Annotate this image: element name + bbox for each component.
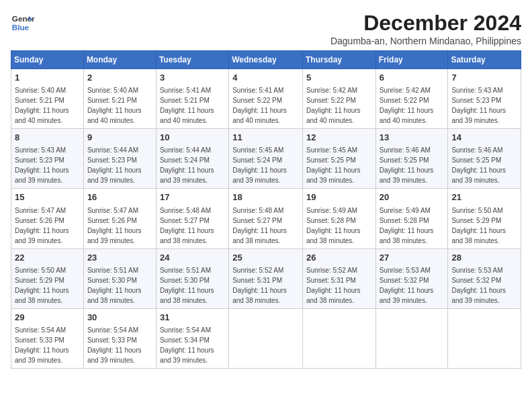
- day-info: Sunrise: 5:53 AM Sunset: 5:32 PM Dayligh…: [380, 267, 434, 304]
- calendar-cell: 30Sunrise: 5:54 AM Sunset: 5:33 PM Dayli…: [83, 308, 156, 368]
- day-number: 19: [306, 191, 372, 203]
- day-number: 26: [306, 252, 372, 264]
- day-info: Sunrise: 5:48 AM Sunset: 5:27 PM Dayligh…: [232, 207, 287, 244]
- day-number: 5: [306, 72, 372, 84]
- day-number: 18: [232, 191, 299, 203]
- day-info: Sunrise: 5:43 AM Sunset: 5:23 PM Dayligh…: [451, 87, 506, 124]
- calendar-cell: 10Sunrise: 5:44 AM Sunset: 5:24 PM Dayli…: [156, 129, 228, 189]
- day-info: Sunrise: 5:49 AM Sunset: 5:28 PM Dayligh…: [306, 207, 361, 244]
- day-number: 28: [451, 252, 517, 264]
- calendar-cell: 13Sunrise: 5:46 AM Sunset: 5:25 PM Dayli…: [375, 129, 448, 189]
- day-info: Sunrise: 5:49 AM Sunset: 5:28 PM Dayligh…: [380, 207, 434, 244]
- day-number: 1: [15, 72, 80, 84]
- calendar-cell: 28Sunrise: 5:53 AM Sunset: 5:32 PM Dayli…: [448, 248, 521, 308]
- day-number: 13: [380, 132, 445, 144]
- day-info: Sunrise: 5:40 AM Sunset: 5:21 PM Dayligh…: [87, 87, 142, 124]
- day-info: Sunrise: 5:42 AM Sunset: 5:22 PM Dayligh…: [380, 87, 434, 124]
- day-info: Sunrise: 5:50 AM Sunset: 5:29 PM Dayligh…: [15, 267, 69, 304]
- calendar-cell: 26Sunrise: 5:52 AM Sunset: 5:31 PM Dayli…: [302, 248, 375, 308]
- day-info: Sunrise: 5:46 AM Sunset: 5:25 PM Dayligh…: [380, 146, 434, 184]
- day-info: Sunrise: 5:48 AM Sunset: 5:27 PM Dayligh…: [160, 207, 214, 244]
- day-info: Sunrise: 5:53 AM Sunset: 5:32 PM Dayligh…: [451, 267, 506, 304]
- day-number: 6: [380, 72, 445, 84]
- day-info: Sunrise: 5:41 AM Sunset: 5:21 PM Dayligh…: [160, 87, 214, 124]
- empty-cell: [302, 308, 375, 368]
- svg-text:General: General: [12, 14, 35, 23]
- day-info: Sunrise: 5:46 AM Sunset: 5:25 PM Dayligh…: [451, 146, 506, 184]
- logo: General Blue: [11, 11, 35, 35]
- day-info: Sunrise: 5:52 AM Sunset: 5:31 PM Dayligh…: [232, 267, 287, 304]
- day-number: 21: [451, 191, 517, 203]
- calendar-cell: 20Sunrise: 5:49 AM Sunset: 5:28 PM Dayli…: [375, 189, 448, 248]
- weekday-header: Wednesday: [229, 51, 303, 69]
- calendar-cell: 9Sunrise: 5:44 AM Sunset: 5:23 PM Daylig…: [83, 129, 156, 189]
- day-number: 10: [160, 132, 225, 144]
- day-number: 25: [232, 252, 299, 264]
- day-number: 24: [160, 252, 225, 264]
- day-info: Sunrise: 5:47 AM Sunset: 5:26 PM Dayligh…: [15, 207, 69, 244]
- calendar-cell: 7Sunrise: 5:43 AM Sunset: 5:23 PM Daylig…: [448, 69, 521, 129]
- weekday-header: Monday: [83, 51, 156, 69]
- calendar-cell: 18Sunrise: 5:48 AM Sunset: 5:27 PM Dayli…: [229, 189, 303, 248]
- calendar-cell: 15Sunrise: 5:47 AM Sunset: 5:26 PM Dayli…: [11, 189, 84, 248]
- day-number: 11: [232, 132, 299, 144]
- day-number: 20: [380, 191, 445, 203]
- day-number: 22: [15, 252, 80, 264]
- calendar-cell: 31Sunrise: 5:54 AM Sunset: 5:34 PM Dayli…: [156, 308, 228, 368]
- day-number: 16: [87, 191, 152, 203]
- calendar-cell: 11Sunrise: 5:45 AM Sunset: 5:24 PM Dayli…: [229, 129, 303, 189]
- calendar-cell: 25Sunrise: 5:52 AM Sunset: 5:31 PM Dayli…: [229, 248, 303, 308]
- day-number: 17: [160, 191, 225, 203]
- day-info: Sunrise: 5:52 AM Sunset: 5:31 PM Dayligh…: [306, 267, 361, 304]
- calendar-cell: 2Sunrise: 5:40 AM Sunset: 5:21 PM Daylig…: [83, 69, 156, 129]
- day-info: Sunrise: 5:44 AM Sunset: 5:23 PM Dayligh…: [87, 146, 142, 184]
- day-number: 15: [15, 191, 80, 203]
- header: General Blue December 2024 Dagumba-an, N…: [11, 11, 521, 46]
- day-number: 29: [15, 312, 80, 324]
- weekday-header: Sunday: [11, 51, 84, 69]
- calendar-cell: 29Sunrise: 5:54 AM Sunset: 5:33 PM Dayli…: [11, 308, 84, 368]
- day-number: 14: [451, 132, 517, 144]
- weekday-header: Tuesday: [156, 51, 228, 69]
- day-info: Sunrise: 5:54 AM Sunset: 5:34 PM Dayligh…: [160, 326, 214, 364]
- weekday-header: Friday: [375, 51, 448, 69]
- day-number: 12: [306, 132, 372, 144]
- month-title: December 2024: [330, 11, 521, 36]
- title-area: December 2024 Dagumba-an, Northern Minda…: [330, 11, 521, 46]
- day-info: Sunrise: 5:51 AM Sunset: 5:30 PM Dayligh…: [87, 267, 142, 304]
- day-info: Sunrise: 5:45 AM Sunset: 5:25 PM Dayligh…: [306, 146, 361, 184]
- calendar-cell: 22Sunrise: 5:50 AM Sunset: 5:29 PM Dayli…: [11, 248, 84, 308]
- day-info: Sunrise: 5:54 AM Sunset: 5:33 PM Dayligh…: [15, 326, 69, 364]
- day-number: 9: [87, 132, 152, 144]
- day-info: Sunrise: 5:42 AM Sunset: 5:22 PM Dayligh…: [306, 87, 361, 124]
- calendar-cell: 24Sunrise: 5:51 AM Sunset: 5:30 PM Dayli…: [156, 248, 228, 308]
- day-number: 31: [160, 312, 225, 324]
- day-info: Sunrise: 5:45 AM Sunset: 5:24 PM Dayligh…: [232, 146, 287, 184]
- calendar-cell: 3Sunrise: 5:41 AM Sunset: 5:21 PM Daylig…: [156, 69, 228, 129]
- day-info: Sunrise: 5:51 AM Sunset: 5:30 PM Dayligh…: [160, 267, 214, 304]
- day-info: Sunrise: 5:47 AM Sunset: 5:26 PM Dayligh…: [87, 207, 142, 244]
- calendar-cell: 19Sunrise: 5:49 AM Sunset: 5:28 PM Dayli…: [302, 189, 375, 248]
- calendar-cell: 16Sunrise: 5:47 AM Sunset: 5:26 PM Dayli…: [83, 189, 156, 248]
- weekday-header: Thursday: [302, 51, 375, 69]
- calendar-cell: 17Sunrise: 5:48 AM Sunset: 5:27 PM Dayli…: [156, 189, 228, 248]
- day-number: 3: [160, 72, 225, 84]
- calendar-cell: 14Sunrise: 5:46 AM Sunset: 5:25 PM Dayli…: [448, 129, 521, 189]
- calendar-cell: 21Sunrise: 5:50 AM Sunset: 5:29 PM Dayli…: [448, 189, 521, 248]
- day-info: Sunrise: 5:40 AM Sunset: 5:21 PM Dayligh…: [15, 87, 69, 124]
- svg-text:Blue: Blue: [12, 23, 30, 32]
- day-number: 27: [380, 252, 445, 264]
- day-number: 23: [87, 252, 152, 264]
- calendar-cell: 6Sunrise: 5:42 AM Sunset: 5:22 PM Daylig…: [375, 69, 448, 129]
- day-number: 8: [15, 132, 80, 144]
- calendar-cell: 23Sunrise: 5:51 AM Sunset: 5:30 PM Dayli…: [83, 248, 156, 308]
- calendar-cell: 8Sunrise: 5:43 AM Sunset: 5:23 PM Daylig…: [11, 129, 84, 189]
- empty-cell: [448, 308, 521, 368]
- empty-cell: [229, 308, 303, 368]
- calendar-table: SundayMondayTuesdayWednesdayThursdayFrid…: [11, 50, 521, 369]
- calendar-cell: 27Sunrise: 5:53 AM Sunset: 5:32 PM Dayli…: [375, 248, 448, 308]
- empty-cell: [375, 308, 448, 368]
- day-info: Sunrise: 5:54 AM Sunset: 5:33 PM Dayligh…: [87, 326, 142, 364]
- location: Dagumba-an, Northern Mindanao, Philippin…: [330, 36, 521, 46]
- day-info: Sunrise: 5:44 AM Sunset: 5:24 PM Dayligh…: [160, 146, 214, 184]
